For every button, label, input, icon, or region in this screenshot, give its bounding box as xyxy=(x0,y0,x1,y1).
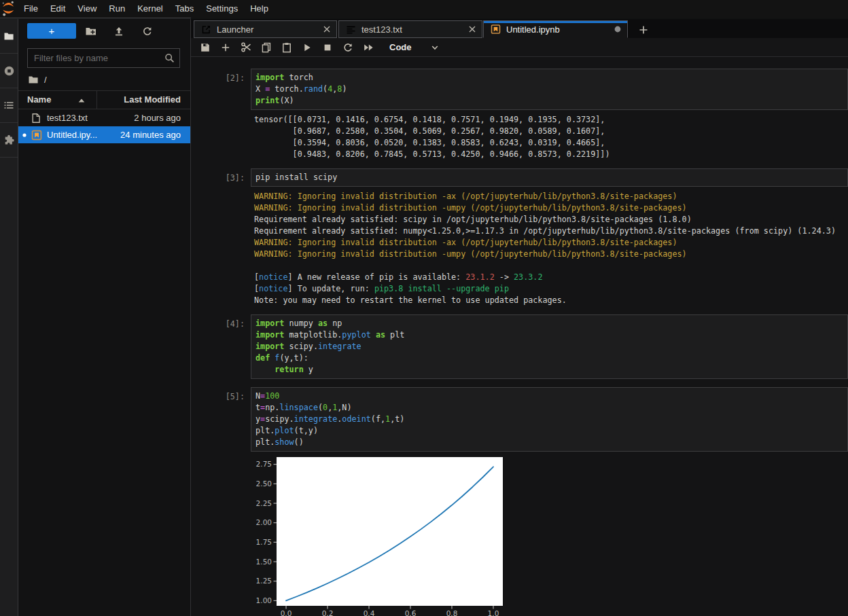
stop-icon xyxy=(322,42,333,53)
new-tab-button[interactable] xyxy=(637,23,650,37)
tab-untitled-ipynb[interactable]: Untitled.ipynb xyxy=(483,20,628,38)
tab-label: Untitled.ipynb xyxy=(506,24,608,35)
code-token-op: = xyxy=(260,403,265,412)
notebook-cell[interactable]: [4]:import numpy as np import matplotlib… xyxy=(194,314,848,379)
code-token-prop: integrate xyxy=(294,414,338,424)
search-icon xyxy=(164,53,179,63)
menu-kernel[interactable]: Kernel xyxy=(131,0,169,18)
sidebar-item-table-of-contents[interactable] xyxy=(0,88,18,123)
breadcrumb[interactable]: / xyxy=(28,73,47,86)
save-button[interactable] xyxy=(195,39,215,56)
cell-body: import torch X = torch.rand(4,8) print(X… xyxy=(251,69,848,160)
code-token-kw: print xyxy=(255,96,279,105)
code-token-prop: rand xyxy=(304,84,323,94)
column-header-name[interactable]: Name xyxy=(27,94,51,105)
sidebar-item-file-browser[interactable] xyxy=(0,19,18,54)
upload-button[interactable] xyxy=(111,23,127,39)
code-token-num: 100 xyxy=(265,391,279,401)
code-token-ablue: notice xyxy=(259,284,287,293)
svg-text:0.0: 0.0 xyxy=(281,609,292,616)
code-token-def: f xyxy=(275,353,279,363)
filter-files-input[interactable] xyxy=(28,53,164,63)
tab-label: test123.txt xyxy=(361,24,463,35)
main-dock-panel: Launchertest123.txtUntitled.ipynb Code [… xyxy=(191,19,848,616)
cell-prompt: [4]: xyxy=(194,314,251,379)
menu-help[interactable]: Help xyxy=(244,0,275,18)
notebook-cell[interactable]: [2]:import torch X = torch.rand(4,8) pri… xyxy=(194,69,848,160)
code-token-kw: import xyxy=(255,330,284,340)
code-token-ared: 23.1.2 xyxy=(465,272,494,282)
menu-file[interactable]: File xyxy=(18,0,44,18)
cell-editor[interactable]: import torch X = torch.rand(4,8) print(X… xyxy=(251,69,848,110)
copy-cells-button[interactable] xyxy=(256,39,277,56)
new-launcher-button[interactable]: + xyxy=(27,23,76,39)
menubar-border xyxy=(0,18,191,18)
column-header-last-modified[interactable]: Last Modified xyxy=(124,94,181,105)
insert-cell-button[interactable] xyxy=(215,39,236,56)
paste-icon xyxy=(281,42,292,53)
cell-body: N=100 t=np.linspace(0,1,N) y=scipy.integ… xyxy=(251,387,848,616)
file-browser-toolbar: + xyxy=(18,19,190,45)
notebook-cell[interactable]: [5]:N=100 t=np.linspace(0,1,N) y=scipy.i… xyxy=(194,387,848,616)
file-icon xyxy=(31,113,42,124)
cut-cells-button[interactable] xyxy=(236,39,256,56)
code-token-op: = xyxy=(265,84,270,94)
menu-tabs[interactable]: Tabs xyxy=(169,0,200,18)
code-token-kw: as xyxy=(376,330,385,340)
sort-ascending-icon[interactable] xyxy=(77,98,86,103)
text-file-icon xyxy=(346,24,356,35)
home-folder-icon[interactable] xyxy=(28,74,39,85)
menu-run[interactable]: Run xyxy=(103,0,131,18)
restart-kernel-button[interactable] xyxy=(338,39,358,56)
cell-editor[interactable]: N=100 t=np.linspace(0,1,N) y=scipy.integ… xyxy=(251,387,848,452)
code-token-warn: WARNING: Ignoring invalid distribution -… xyxy=(254,238,677,247)
cell-prompt: [3]: xyxy=(194,168,251,306)
refresh-button[interactable] xyxy=(139,23,156,39)
interrupt-kernel-button[interactable] xyxy=(317,39,338,56)
close-icon[interactable] xyxy=(323,25,331,33)
sidebar-item-running-sessions[interactable] xyxy=(0,54,18,88)
close-icon[interactable] xyxy=(468,25,476,33)
chevron-down-icon[interactable] xyxy=(430,43,440,52)
code-token-warn: WARNING: Ignoring invalid distribution -… xyxy=(254,249,687,259)
tab-launcher[interactable]: Launcher xyxy=(194,20,337,38)
sidebar-item-extensions[interactable] xyxy=(0,123,18,158)
cell-editor[interactable]: import numpy as np import matplotlib.pyp… xyxy=(251,314,848,379)
code-token-kw: import xyxy=(255,73,284,82)
menu-view[interactable]: View xyxy=(71,0,103,18)
launcher-icon xyxy=(201,24,211,35)
restart-run-all-button[interactable] xyxy=(358,39,378,56)
code-token-kw: import xyxy=(255,319,284,328)
menu-items: FileEditViewRunKernelTabsSettingsHelp xyxy=(18,0,275,18)
tab-bar: Launchertest123.txtUntitled.ipynb xyxy=(191,19,848,38)
cell-type-dropdown[interactable]: Code xyxy=(389,42,412,52)
file-row[interactable]: Untitled.ipy...24 minutes ago xyxy=(18,126,190,143)
code-token-num: 0 xyxy=(323,403,328,412)
code-token-agreen: pip3.8 install --upgrade pip xyxy=(374,284,509,293)
code-token-kw: return xyxy=(275,365,303,374)
menu-edit[interactable]: Edit xyxy=(44,0,71,18)
cell-output: tensor([[0.0731, 0.1416, 0.6754, 0.1418,… xyxy=(251,114,848,160)
cell-editor[interactable]: pip install scipy xyxy=(251,168,848,187)
kernel-running-dot xyxy=(22,133,26,137)
code-token-num: 8 xyxy=(337,84,342,94)
file-row[interactable]: test123.txt2 hours ago xyxy=(18,109,190,126)
add-icon xyxy=(220,42,231,53)
cell-output: WARNING: Ignoring invalid distribution -… xyxy=(251,191,848,306)
svg-text:1.75: 1.75 xyxy=(256,538,272,546)
svg-text:0.4: 0.4 xyxy=(364,609,375,616)
cell-body: import numpy as np import matplotlib.pyp… xyxy=(251,314,848,379)
run-cell-button[interactable] xyxy=(297,39,317,56)
cell-body: pip install scipy WARNING: Ignoring inva… xyxy=(251,168,848,306)
file-listing: test123.txt2 hours agoUntitled.ipy...24 … xyxy=(18,109,190,143)
filter-box xyxy=(27,48,180,68)
tab-test123-txt[interactable]: test123.txt xyxy=(338,20,482,38)
stop-circle-icon xyxy=(3,65,15,77)
paste-cells-button[interactable] xyxy=(277,39,297,56)
svg-text:2.00: 2.00 xyxy=(256,518,272,526)
notebook-cell[interactable]: [3]:pip install scipy WARNING: Ignoring … xyxy=(194,168,848,306)
new-folder-button[interactable] xyxy=(83,23,99,39)
menu-settings[interactable]: Settings xyxy=(200,0,244,18)
svg-text:0.2: 0.2 xyxy=(322,609,334,616)
dirty-indicator-icon[interactable] xyxy=(614,25,622,33)
